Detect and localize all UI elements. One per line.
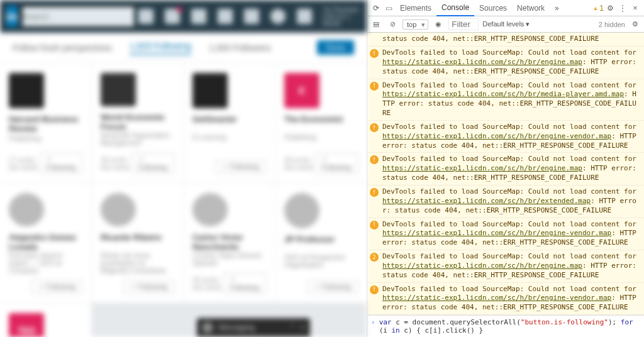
inspect-icon[interactable]: ⟳ [370, 4, 382, 13]
tab-followers[interactable]: 1,000 Followers [209, 43, 271, 53]
card-posts: 35 posts this week [192, 276, 223, 291]
console-message: DevTools failed to load SourceMap: Could… [367, 47, 644, 79]
console-message: DevTools failed to load SourceMap: Could… [367, 218, 644, 251]
sourcemap-link[interactable]: http​s://static-exp1.licdn.com/sc/h/br/e… [382, 262, 582, 270]
filter-input[interactable] [448, 18, 479, 30]
sourcemap-link[interactable]: http​s://static-exp1.licdn.com/sc/h/br/e… [382, 294, 611, 302]
warning-icon [370, 285, 379, 294]
console-message: DevTools failed to load SourceMap: Could… [367, 153, 644, 185]
follow-tabs: Follow fresh perspectives 1,829 Followin… [0, 33, 367, 63]
follow-grid: Harvard Business Review Publishing 17 po… [0, 63, 367, 337]
warning-icon [370, 82, 379, 91]
message-text: DevTools failed to load SourceMap: Could… [382, 123, 640, 151]
warnings-count-badge[interactable]: 1 [592, 4, 604, 13]
nav-jobs-icon[interactable] [191, 9, 206, 24]
warning-icon [370, 155, 379, 164]
following-button[interactable]: ✓ Following [315, 153, 358, 174]
prompt-code: var c = document.querySelectorAll("butto… [379, 318, 640, 334]
sourcemap-link[interactable]: http​s://static-exp1.licdn.com/sc/h/br/e… [382, 58, 582, 66]
warning-icon [370, 188, 379, 197]
console-message: status code 404, net::ERR_HTTP_RESPONSE_… [367, 33, 644, 47]
close-icon[interactable]: × [629, 4, 641, 13]
card-logo [9, 73, 44, 108]
card-logo [101, 73, 136, 106]
close-icon[interactable]: × [301, 323, 305, 332]
card-logo: TED [9, 313, 44, 337]
search-input[interactable] [21, 6, 135, 27]
topbar: in Try Premium Free for 1 Month [0, 0, 367, 33]
nav-network-icon[interactable] [165, 9, 180, 24]
console-message: 2 DevTools failed to load SourceMap: Cou… [367, 250, 644, 283]
follow-card: TED TED [0, 303, 91, 337]
messaging-bar[interactable]: Messaging ⌃ × [197, 318, 310, 337]
console-message: DevTools failed to load SourceMap: Could… [367, 185, 644, 218]
following-button[interactable]: ✓ Following [307, 280, 358, 294]
console-settings-gear-icon[interactable]: ⚙ [629, 20, 641, 28]
message-text: DevTools failed to load SourceMap: Could… [382, 81, 640, 118]
card-subtitle: Country Sales Director Spanish [192, 251, 266, 267]
following-button[interactable]: ✓ Following [223, 273, 266, 294]
sourcemap-link[interactable]: http​s://static-exp1.licdn.com/sc/h/br/m… [382, 90, 624, 98]
nav-notifications-icon[interactable] [244, 9, 259, 24]
follow-card: E The Economist Publishing 40 posts this… [275, 63, 367, 182]
card-logo [284, 193, 319, 228]
messaging-label: Messaging [218, 323, 255, 332]
eye-icon[interactable]: ◉ [432, 20, 445, 28]
following-button[interactable]: ✓ Following [40, 153, 82, 174]
message-text: DevTools failed to load SourceMap: Could… [382, 252, 640, 280]
card-logo [192, 73, 228, 108]
nav-messaging-icon[interactable] [218, 9, 233, 24]
card-subtitle: Nonprofit Organization Management [101, 131, 174, 146]
linkedin-logo-icon[interactable]: in [6, 6, 18, 27]
kebab-icon[interactable]: ⋮ [616, 4, 629, 13]
card-subtitle: Executive Search expert — CEO at Company [9, 251, 82, 274]
device-icon[interactable]: ▭ [382, 4, 395, 13]
tab-following[interactable]: 1,829 Following [130, 41, 191, 55]
follow-card: GetSmarter E-Learning ✓ Following [184, 63, 275, 182]
avatar-icon [202, 322, 213, 333]
done-button[interactable]: Done [317, 40, 354, 55]
tab-perspectives[interactable]: Follow fresh perspectives [13, 43, 112, 53]
card-subtitle: E-Learning [192, 133, 266, 141]
following-button[interactable]: ✓ Following [215, 160, 266, 174]
nav-work-icon[interactable] [297, 9, 312, 24]
context-select[interactable]: top [402, 19, 428, 30]
tab-elements[interactable]: Elements [395, 0, 436, 16]
count-badge: 2 [370, 253, 379, 262]
hidden-count[interactable]: 2 hidden [599, 21, 625, 28]
levels-select[interactable]: Default levels ▾ [482, 20, 530, 28]
console-toolbar: ▤ ⊘ top ◉ Default levels ▾ 2 hidden ⚙ [367, 16, 644, 33]
following-button[interactable]: ✓ Following [131, 153, 174, 174]
tab-sources[interactable]: Sources [474, 0, 512, 16]
card-title: Ricardo Ribeiro [101, 233, 174, 250]
console-message: DevTools failed to load SourceMap: Could… [367, 79, 644, 121]
clear-console-icon[interactable]: ⊘ [386, 20, 399, 28]
nav-home-icon[interactable] [138, 9, 153, 24]
console-message: DevTools failed to load SourceMap: Could… [367, 283, 644, 315]
card-title: JP Professor [284, 235, 358, 252]
sourcemap-link[interactable]: http​s://static-exp1.licdn.com/sc/h/br/e… [382, 229, 611, 237]
sourcemap-link[interactable]: http​s://static-exp1.licdn.com/sc/h/br/e… [382, 197, 591, 205]
card-subtitle: Publishing [284, 133, 358, 141]
card-logo [192, 193, 228, 226]
tab-console[interactable]: Console [436, 0, 474, 16]
tab-network[interactable]: Network [512, 0, 550, 16]
tabs-overflow[interactable]: » [550, 0, 564, 16]
sidebar-toggle-icon[interactable]: ▤ [370, 20, 382, 28]
page-left-blurred: in Try Premium Free for 1 Month Follow f… [0, 0, 367, 337]
nav-premium-link[interactable]: Try Premium Free for 1 Month [323, 6, 361, 27]
chevron-up-icon[interactable]: ⌃ [289, 323, 296, 332]
message-text: DevTools failed to load SourceMap: Could… [382, 48, 640, 77]
following-button[interactable]: ✓ Following [31, 280, 82, 294]
card-subtitle: Diretor de mesa proprietária na Magnetis… [101, 251, 174, 274]
follow-card: Alejandro Gomez Losada Executive Search … [0, 183, 91, 302]
sourcemap-link[interactable]: http​s://static-exp1.licdn.com/sc/h/br/e… [382, 132, 611, 140]
nav-avatar-icon[interactable] [270, 9, 286, 24]
message-text: DevTools failed to load SourceMap: Could… [382, 220, 640, 248]
card-title: Carlos Victor Nascimento [192, 233, 266, 250]
console-prompt[interactable]: › var c = document.querySelectorAll("but… [367, 315, 644, 337]
sourcemap-link[interactable]: http​s://static-exp1.licdn.com/sc/h/br/e… [382, 164, 582, 172]
card-subtitle: CEO at Perspective Organisation [284, 253, 358, 268]
settings-gear-icon[interactable]: ⚙ [604, 4, 616, 13]
following-button[interactable]: ✓ Following [123, 280, 174, 294]
